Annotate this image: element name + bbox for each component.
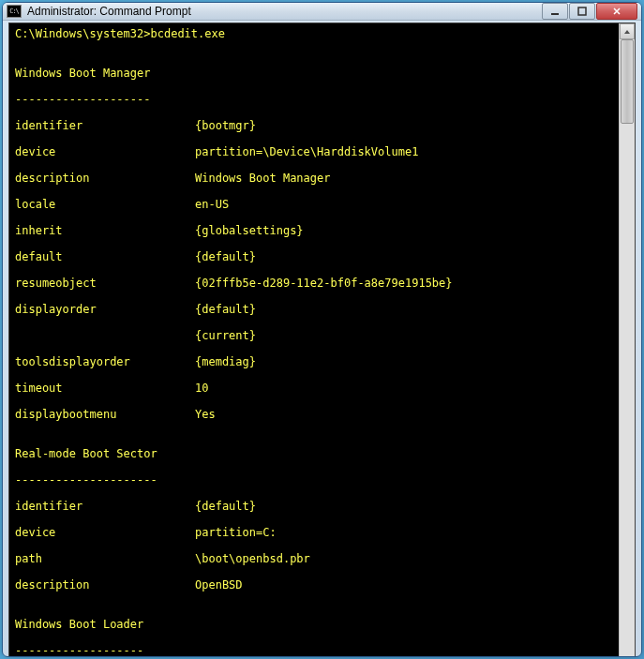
prompt-command: bcdedit.exe bbox=[151, 27, 225, 40]
output-row: devicepartition=C: bbox=[15, 526, 613, 539]
section-title: Windows Boot Manager bbox=[15, 67, 613, 80]
maximize-button[interactable] bbox=[569, 3, 595, 20]
output-row: identifier{default} bbox=[15, 500, 613, 513]
output-row: localeen-US bbox=[15, 198, 613, 211]
section-title: Real-mode Boot Sector bbox=[15, 447, 613, 460]
section-underline: -------------------- bbox=[15, 93, 613, 106]
close-icon bbox=[612, 7, 622, 16]
output-row: default{default} bbox=[15, 250, 613, 263]
svg-rect-0 bbox=[551, 13, 559, 15]
svg-rect-1 bbox=[578, 7, 586, 15]
output-row: timeout10 bbox=[15, 382, 613, 395]
section-title: Windows Boot Loader bbox=[15, 618, 613, 631]
command-prompt-window: C:\ Administrator: Command Prompt C:\Win… bbox=[2, 2, 642, 657]
cmd-icon: C:\ bbox=[7, 5, 22, 18]
output-row: displaybootmenuYes bbox=[15, 408, 613, 421]
output-row: descriptionOpenBSD bbox=[15, 578, 613, 592]
console-output[interactable]: C:\Windows\system32>bcdedit.exe Windows … bbox=[9, 23, 619, 657]
close-button[interactable] bbox=[596, 3, 637, 20]
section-underline: ------------------- bbox=[15, 644, 613, 657]
output-row: descriptionWindows Boot Manager bbox=[15, 172, 613, 185]
minimize-icon bbox=[550, 7, 560, 16]
output-row: inherit{globalsettings} bbox=[15, 224, 613, 237]
output-row: path\boot\openbsd.pbr bbox=[15, 552, 613, 565]
scroll-up-button[interactable] bbox=[620, 23, 635, 39]
output-row: devicepartition=\Device\HarddiskVolume1 bbox=[15, 145, 613, 158]
scroll-thumb[interactable] bbox=[621, 39, 634, 124]
titlebar[interactable]: C:\ Administrator: Command Prompt bbox=[3, 3, 641, 21]
output-row: displayorder{default} bbox=[15, 303, 613, 316]
output-row: resumeobject{02fffb5e-d289-11e2-bf0f-a8e… bbox=[15, 277, 613, 290]
console-area: C:\Windows\system32>bcdedit.exe Windows … bbox=[8, 22, 636, 657]
window-controls bbox=[542, 3, 637, 20]
prompt-path: C:\Windows\system32> bbox=[15, 27, 151, 40]
scroll-track[interactable] bbox=[620, 39, 635, 657]
minimize-button[interactable] bbox=[542, 3, 568, 20]
vertical-scrollbar[interactable] bbox=[619, 23, 635, 657]
maximize-icon bbox=[577, 7, 587, 16]
window-title: Administrator: Command Prompt bbox=[27, 5, 542, 18]
output-row: toolsdisplayorder{memdiag} bbox=[15, 355, 613, 368]
output-row: {current} bbox=[15, 329, 613, 342]
chevron-up-icon bbox=[623, 29, 631, 35]
section-underline: --------------------- bbox=[15, 473, 613, 487]
output-row: identifier{bootmgr} bbox=[15, 119, 613, 132]
